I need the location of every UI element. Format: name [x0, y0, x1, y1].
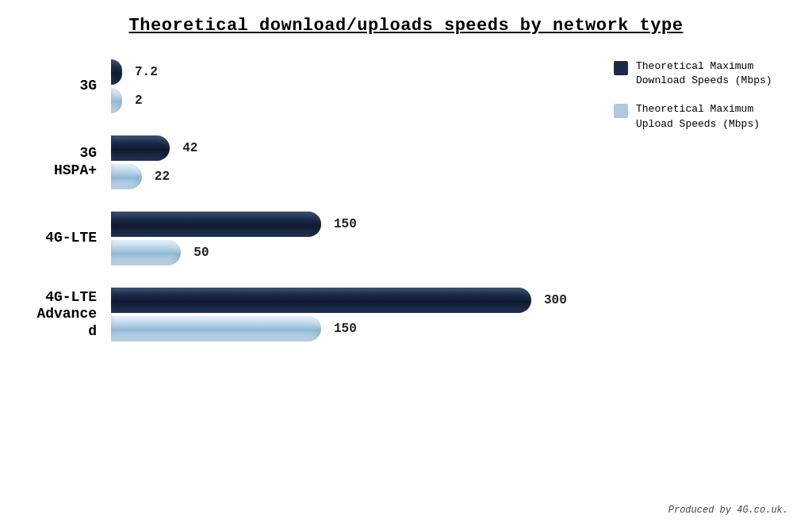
upload-bar-wrapper: 22: [111, 164, 197, 189]
row-label: 4G-LTE: [24, 230, 111, 247]
download-bar-wrapper: 42: [111, 135, 197, 161]
chart-body: 3G7.223GHSPA+42224G-LTE150504G-LTEAdvanc…: [24, 51, 788, 341]
legend-download: Theoretical Maximum Download Speeds (Mbp…: [614, 59, 788, 88]
upload-value: 150: [334, 322, 357, 336]
bar-group: 15050: [111, 212, 357, 265]
download-bar-wrapper: 150: [111, 212, 357, 237]
upload-value: 2: [135, 93, 143, 108]
chart-row: 4G-LTEAdvanced300150: [24, 288, 598, 341]
upload-bar-wrapper: 2: [111, 88, 158, 113]
upload-bar: [111, 88, 122, 113]
chart-row: 3GHSPA+4222: [24, 135, 598, 189]
download-value: 300: [544, 293, 567, 307]
row-label: 3G: [24, 78, 111, 95]
download-bar: [111, 59, 122, 85]
upload-value: 22: [155, 170, 170, 184]
row-label: 4G-LTEAdvanced: [24, 289, 111, 341]
download-value: 42: [182, 141, 197, 155]
download-bar-wrapper: 300: [111, 288, 567, 313]
download-bar: [111, 288, 531, 313]
chart-container: Theoretical download/uploads speeds by n…: [0, 0, 812, 530]
upload-bar-wrapper: 50: [111, 240, 357, 265]
upload-bar: [111, 164, 142, 189]
download-value: 150: [334, 217, 357, 231]
download-value: 7.2: [135, 65, 158, 79]
bars-section: 3G7.223GHSPA+42224G-LTE150504G-LTEAdvanc…: [24, 51, 598, 341]
chart-row: 4G-LTE15050: [24, 212, 598, 265]
download-bar: [111, 212, 321, 237]
upload-bar: [111, 316, 321, 341]
legend-upload-icon: [614, 104, 628, 118]
row-label: 3GHSPA+: [24, 145, 111, 179]
legend-section: Theoretical Maximum Download Speeds (Mbp…: [598, 51, 788, 341]
download-bar: [111, 135, 170, 161]
upload-bar-wrapper: 150: [111, 316, 567, 341]
upload-value: 50: [193, 246, 209, 260]
legend-upload: Theoretical Maximum Upload Speeds (Mbps): [614, 102, 788, 131]
download-bar-wrapper: 7.2: [111, 59, 158, 85]
bar-group: 7.22: [111, 59, 158, 113]
bar-group: 4222: [111, 135, 197, 189]
legend-download-icon: [614, 61, 628, 75]
chart-title: Theoretical download/uploads speeds by n…: [24, 16, 788, 36]
legend-upload-label: Theoretical Maximum Upload Speeds (Mbps): [636, 102, 788, 131]
bar-group: 300150: [111, 288, 567, 341]
legend-download-label: Theoretical Maximum Download Speeds (Mbp…: [636, 59, 788, 88]
produced-by: Produced by 4G.co.uk.: [668, 505, 788, 516]
chart-row: 3G7.22: [24, 59, 598, 113]
upload-bar: [111, 240, 181, 265]
